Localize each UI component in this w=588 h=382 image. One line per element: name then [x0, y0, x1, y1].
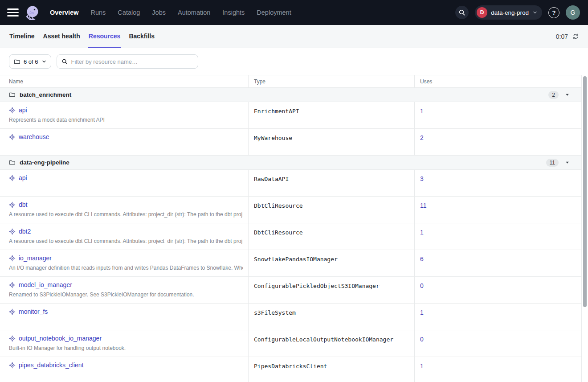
resource-type: RawDataAPI — [248, 170, 414, 196]
group-name: batch_enrichment — [20, 91, 71, 98]
chevron-down-icon — [532, 10, 538, 15]
search-icon[interactable] — [455, 6, 469, 19]
uses-count-link[interactable]: 0 — [420, 336, 424, 343]
resource-search-box — [57, 54, 198, 69]
resource-icon — [9, 308, 16, 315]
resource-name-link[interactable]: pipes_databricks_client — [19, 361, 84, 369]
resource-type: ConfigurableLocalOutputNotebookIOManager — [248, 330, 414, 357]
resource-name-link[interactable]: dbt — [19, 201, 27, 208]
column-header-name: Name — [0, 75, 248, 87]
menu-icon[interactable] — [7, 8, 19, 16]
tab-asset-health[interactable]: Asset health — [43, 25, 81, 48]
uses-count-link[interactable]: 6 — [420, 255, 424, 263]
tab-timeline[interactable]: Timeline — [9, 25, 35, 48]
table-header-row: NameTypeUses — [0, 75, 581, 88]
uses-count-link[interactable]: 1 — [420, 229, 424, 236]
table-row: output_notebook_io_managerBuilt-in IO Ma… — [0, 330, 581, 357]
resource-name-link[interactable]: model_io_manager — [19, 281, 72, 288]
resource-description: Renamed to S3PickleIOManager. See S3Pick… — [9, 292, 243, 298]
refresh-icon[interactable] — [572, 33, 579, 40]
resource-icon — [9, 201, 16, 208]
resource-icon — [9, 107, 16, 114]
tab-list: TimelineAsset healthResourcesBackfills — [9, 25, 155, 48]
folder-icon — [9, 159, 16, 166]
scrollbar-track[interactable] — [582, 75, 588, 382]
resource-search-input[interactable] — [71, 58, 193, 65]
uses-count-link[interactable]: 1 — [420, 309, 424, 316]
folder-icon — [14, 58, 20, 65]
resource-type: SnowflakePandasIOManager — [248, 250, 414, 276]
resource-type: PipesDatabricksClient — [248, 357, 414, 382]
tab-backfills[interactable]: Backfills — [128, 25, 155, 48]
uses-count-link[interactable]: 11 — [420, 202, 427, 209]
resource-type: EnrichmentAPI — [248, 102, 414, 128]
resource-name-link[interactable]: api — [19, 174, 27, 181]
resource-type: DbtCliResource — [248, 197, 414, 223]
nav-item-automation[interactable]: Automation — [178, 9, 210, 16]
table-row: pipes_databricks_clientPipesDatabricksCl… — [0, 357, 581, 382]
tabbar-right: 0:07 — [556, 25, 579, 48]
table-row: monitor_fss3FileSystem1 — [0, 304, 581, 330]
deployment-switcher[interactable]: D data-eng-prod — [475, 5, 542, 20]
app-root: OverviewRunsCatalogJobsAutomationInsight… — [0, 0, 588, 382]
nav-item-deployment[interactable]: Deployment — [257, 9, 291, 16]
uses-count-link[interactable]: 3 — [420, 175, 424, 182]
chevron-down-icon — [41, 59, 47, 64]
dagster-logo — [25, 5, 40, 20]
resource-description: A resource used to execute dbt CLI comma… — [9, 211, 243, 218]
resource-description: Built-in IO Manager for handling output … — [9, 345, 243, 351]
table-row: apiRepresents a mock data enrichment API… — [0, 102, 581, 129]
resource-description: A resource used to execute dbt CLI comma… — [9, 238, 243, 244]
resource-type: s3FileSystem — [248, 304, 414, 330]
chevron-down-icon[interactable] — [565, 160, 570, 165]
resource-icon — [9, 175, 16, 181]
resource-icon — [9, 228, 16, 235]
resource-type: ConfigurablePickledObjectS3IOManager — [248, 277, 414, 303]
resource-icon — [9, 255, 16, 262]
resources-table-area: NameTypeUses batch_enrichment2 apiRepres… — [0, 75, 588, 382]
uses-count-link[interactable]: 2 — [420, 134, 424, 141]
resource-name-link[interactable]: io_manager — [19, 255, 52, 262]
tab-resources[interactable]: Resources — [88, 25, 121, 48]
uses-count-link[interactable]: 1 — [420, 107, 424, 115]
nav-item-overview[interactable]: Overview — [50, 9, 79, 16]
table-row: dbtA resource used to execute dbt CLI co… — [0, 197, 581, 223]
nav-item-insights[interactable]: Insights — [222, 9, 245, 16]
uses-count-link[interactable]: 0 — [420, 282, 424, 289]
folder-icon — [9, 91, 16, 98]
deployment-name: data-eng-prod — [491, 9, 529, 16]
group-count-badge: 2 — [548, 91, 559, 99]
nav-right: D data-eng-prod ? G — [455, 5, 580, 20]
resource-name-link[interactable]: output_notebook_io_manager — [19, 335, 102, 342]
resources-table: NameTypeUses batch_enrichment2 apiRepres… — [0, 75, 582, 382]
question-mark-icon[interactable]: ? — [548, 7, 559, 18]
refresh-countdown: 0:07 — [556, 33, 568, 40]
resource-type: MyWarehouse — [248, 129, 414, 155]
deployment-badge: D — [477, 7, 487, 18]
nav-item-jobs[interactable]: Jobs — [152, 9, 166, 16]
nav-items: OverviewRunsCatalogJobsAutomationInsight… — [50, 9, 291, 16]
table-row: dbt2A resource used to execute dbt CLI c… — [0, 223, 581, 250]
resource-description: An I/O manager definition that reads inp… — [9, 265, 243, 271]
group-count-badge: 11 — [546, 159, 559, 167]
filter-row: 6 of 6 — [0, 48, 588, 75]
resource-icon — [9, 335, 16, 342]
resource-name-link[interactable]: api — [19, 107, 27, 114]
group-filter-button[interactable]: 6 of 6 — [9, 54, 51, 69]
resource-name-link[interactable]: monitor_fs — [19, 308, 48, 315]
nav-item-catalog[interactable]: Catalog — [118, 9, 140, 16]
group-row[interactable]: batch_enrichment2 — [0, 88, 581, 102]
resource-description: Represents a mock data enrichment API — [9, 117, 243, 123]
nav-item-runs[interactable]: Runs — [91, 9, 106, 16]
resource-name-link[interactable]: warehouse — [19, 133, 49, 140]
scrollbar-thumb[interactable] — [583, 76, 587, 307]
column-header-uses: Uses — [414, 75, 582, 87]
column-header-type: Type — [248, 75, 414, 87]
resource-name-link[interactable]: dbt2 — [19, 228, 31, 235]
group-row[interactable]: data-eng-pipeline11 — [0, 156, 581, 170]
chevron-down-icon[interactable] — [565, 92, 570, 97]
table-row: model_io_managerRenamed to S3PickleIOMan… — [0, 277, 581, 304]
avatar[interactable]: G — [566, 5, 580, 20]
resource-type: DbtCliResource — [248, 223, 414, 250]
uses-count-link[interactable]: 1 — [420, 362, 424, 370]
